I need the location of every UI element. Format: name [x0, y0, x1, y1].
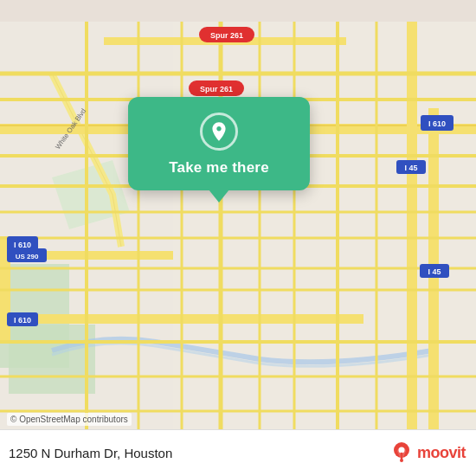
svg-point-50	[398, 447, 404, 453]
address-label: 1250 N Durham Dr, Houston	[9, 446, 172, 460]
svg-text:I 45: I 45	[428, 267, 441, 276]
moovit-brand-icon	[389, 441, 414, 466]
svg-text:US 290: US 290	[16, 253, 39, 261]
moovit-logo: moovit	[389, 441, 466, 466]
svg-text:I 610: I 610	[14, 316, 31, 325]
svg-text:Spur 261: Spur 261	[210, 31, 243, 40]
map-background: Spur 261 Spur 261 I 610 I 610 US 290 I 6…	[0, 0, 476, 476]
svg-text:I 610: I 610	[14, 241, 31, 249]
svg-point-51	[400, 459, 403, 462]
popup-card: Take me there	[128, 97, 310, 190]
moovit-text-label: moovit	[417, 444, 466, 462]
svg-text:Spur 261: Spur 261	[200, 85, 233, 93]
svg-text:I 45: I 45	[404, 164, 417, 172]
take-me-there-button[interactable]: Take me there	[169, 159, 269, 177]
svg-rect-12	[428, 108, 439, 454]
bottom-bar: 1250 N Durham Dr, Houston moovit	[0, 429, 476, 476]
osm-attribution: © OpenStreetMap contributors	[7, 413, 132, 426]
map-container: Spur 261 Spur 261 I 610 I 610 US 290 I 6…	[0, 0, 476, 476]
svg-text:I 610: I 610	[428, 119, 446, 128]
svg-rect-2	[9, 325, 95, 394]
location-pin-icon	[200, 113, 238, 151]
